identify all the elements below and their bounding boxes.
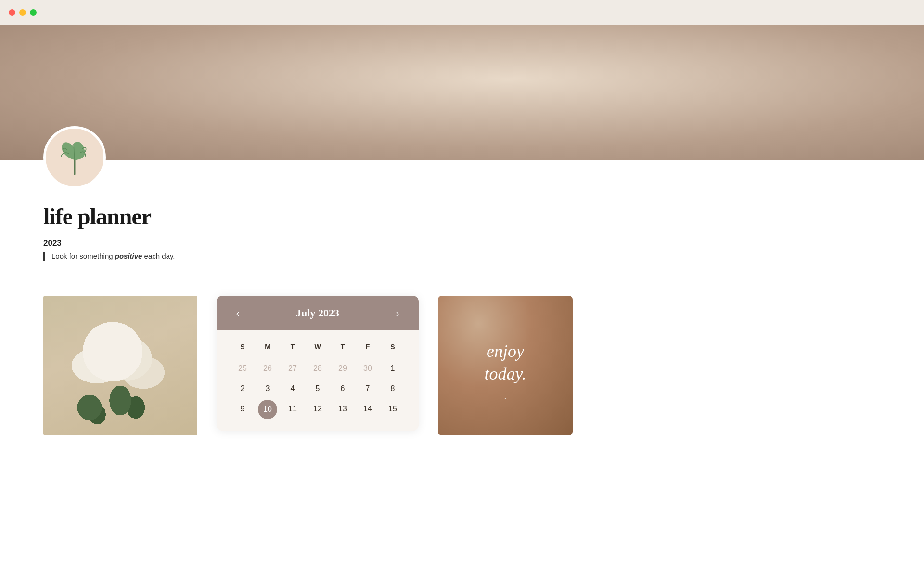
quote-emphasis: positive [115,252,142,260]
cal-day-8[interactable]: 8 [380,380,405,398]
day-header-wed: W [305,340,330,354]
calendar-card: ‹ July 2023 › S M T W T F S 25 26 [217,296,419,431]
cal-day-5[interactable]: 5 [305,380,330,398]
cal-day-14[interactable]: 14 [355,400,380,419]
calendar-prev-button[interactable]: ‹ [230,305,245,321]
calendar-header: ‹ July 2023 › [217,296,419,330]
quote-block: Look for something positive each day. [43,252,881,261]
calendar-next-button[interactable]: › [390,305,405,321]
leaf-icon [55,138,94,177]
day-header-sun: S [230,340,255,354]
close-button[interactable] [9,9,15,16]
calendar-day-headers: S M T W T F S [230,340,405,354]
window-chrome [0,0,924,25]
motivation-text: enjoy today. [475,330,536,395]
quote-text: Look for something positive each day. [51,252,175,260]
cal-day-13[interactable]: 13 [330,400,355,419]
cal-day-3[interactable]: 3 [255,380,280,398]
day-header-tue: T [280,340,305,354]
avatar [43,126,106,189]
cal-day-12[interactable]: 12 [305,400,330,419]
cal-day-1[interactable]: 1 [380,359,405,378]
content-grid: ‹ July 2023 › S M T W T F S 25 26 [43,296,881,435]
cal-day-9[interactable]: 9 [230,400,255,419]
motivation-dot: • [505,396,506,401]
cal-day-2[interactable]: 2 [230,380,255,398]
page-title: life planner [43,203,881,230]
calendar-grid: 25 26 27 28 29 30 1 2 3 4 5 6 7 8 9 [230,359,405,419]
cal-day-7[interactable]: 7 [355,380,380,398]
year-label: 2023 [43,238,881,248]
photo-card [43,296,197,435]
calendar-body: S M T W T F S 25 26 27 28 29 30 1 [217,330,419,431]
minimize-button[interactable] [19,9,26,16]
calendar-month-title: July 2023 [296,307,339,319]
quote-prefix: Look for something [51,252,115,260]
maximize-button[interactable] [30,9,37,16]
cal-day-10-today[interactable]: 10 [258,400,277,419]
cal-day-27[interactable]: 27 [280,359,305,378]
day-header-sat: S [380,340,405,354]
day-header-mon: M [255,340,280,354]
section-divider [43,278,881,278]
day-header-thu: T [330,340,355,354]
motivation-line1: enjoy [487,342,524,361]
motivation-line2: today. [485,364,526,383]
cal-day-30[interactable]: 30 [355,359,380,378]
cal-day-29[interactable]: 29 [330,359,355,378]
page-content: life planner 2023 Look for something pos… [0,189,924,464]
cal-day-4[interactable]: 4 [280,380,305,398]
cal-day-6[interactable]: 6 [330,380,355,398]
cal-day-26[interactable]: 26 [255,359,280,378]
cal-day-15[interactable]: 15 [380,400,405,419]
day-header-fri: F [355,340,380,354]
quote-suffix: each day. [142,252,175,260]
tulips-photo [43,296,197,435]
motivation-card: enjoy today. • [438,296,573,435]
cal-day-28[interactable]: 28 [305,359,330,378]
hero-banner [0,25,924,160]
cal-day-11[interactable]: 11 [280,400,305,419]
cal-day-25[interactable]: 25 [230,359,255,378]
avatar-container [43,126,106,189]
